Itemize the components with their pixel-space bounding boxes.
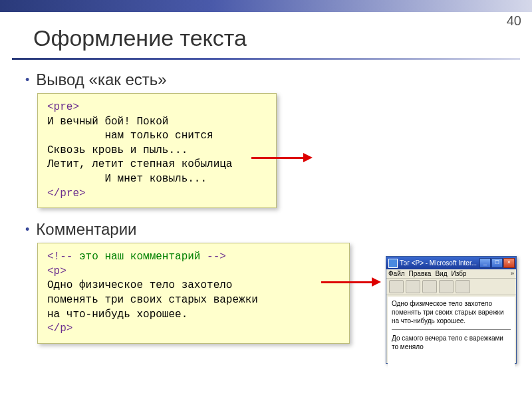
browser-content: Одно физическое тело захотело поменять т… — [388, 297, 515, 371]
arrow-icon — [251, 157, 305, 159]
pre-open-tag: <pre> — [47, 101, 79, 113]
menu-edit[interactable]: Правка — [409, 270, 432, 277]
menu-overflow-icon[interactable]: » — [511, 270, 514, 277]
menu-favorites[interactable]: Избр — [451, 270, 466, 277]
browser-titlebar: Тэг <P> - Microsoft Inter... _ □ × — [386, 257, 516, 269]
p-open-tag: <p> — [47, 265, 66, 277]
toolbar-stop-button[interactable] — [422, 280, 437, 293]
comment-body-3: на что-нибудь хорошее. — [47, 308, 340, 323]
comment-text: это наш комментарий — [72, 251, 207, 263]
bullet-dot-icon: • — [25, 220, 29, 239]
toolbar-forward-button[interactable] — [406, 280, 420, 293]
bullet-output-asis: • Вывод «как есть» — [25, 70, 505, 89]
bullet-text-1: Вывод «как есть» — [36, 70, 166, 89]
arrow-icon — [321, 281, 373, 283]
top-decor-band — [0, 0, 532, 12]
comment-close-delim: --> — [207, 251, 226, 263]
menu-view[interactable]: Вид — [435, 270, 447, 277]
maximize-button[interactable]: □ — [491, 258, 503, 268]
toolbar-refresh-button[interactable] — [439, 280, 454, 293]
browser-menubar: Файл Правка Вид Избр » — [386, 269, 516, 279]
bullet-comments: • Комментарии — [25, 220, 505, 239]
bullet-dot-icon: • — [25, 70, 29, 89]
page-number: 40 — [507, 13, 521, 29]
comment-body-2: поменять три своих старых варежки — [47, 293, 340, 308]
comment-body-1: Одно физическое тело захотело — [47, 279, 340, 293]
toolbar-home-button[interactable] — [456, 280, 470, 293]
ie-icon — [388, 259, 398, 268]
menu-file[interactable]: Файл — [388, 270, 405, 277]
pre-line-5: И мнет ковыль... — [47, 172, 267, 187]
toolbar-back-button[interactable] — [389, 280, 404, 293]
pre-close-tag: </pre> — [47, 188, 86, 200]
divider — [392, 329, 511, 330]
browser-window: Тэг <P> - Microsoft Inter... _ □ × Файл … — [386, 256, 517, 364]
pre-code-box: <pre> И вечный бой! Покой нам только сни… — [37, 93, 277, 208]
browser-title-text: Тэг <P> - Microsoft Inter... — [400, 259, 479, 267]
p-close-tag: </p> — [47, 323, 72, 334]
pre-line-1: И вечный бой! Покой — [47, 115, 267, 130]
browser-toolbar — [386, 279, 516, 295]
slide-title: Оформление текста — [33, 25, 532, 51]
comment-open-delim: <!-- — [47, 251, 72, 263]
pre-line-2: нам только снится — [47, 129, 267, 144]
pre-line-4: Летит, летит степная кобылица — [47, 158, 267, 172]
bullet-text-2: Комментарии — [36, 220, 136, 239]
rendered-paragraph-1: Одно физическое тело захотело поменять т… — [392, 299, 511, 325]
rendered-paragraph-2: До самого вечера тело с варежками то мен… — [392, 334, 511, 351]
comment-code-box: <!-- это наш комментарий --> <p> Одно фи… — [37, 243, 350, 344]
pre-line-3: Сквозь кровь и пыль... — [47, 144, 267, 158]
close-button[interactable]: × — [503, 258, 515, 268]
minimize-button[interactable]: _ — [479, 258, 491, 268]
